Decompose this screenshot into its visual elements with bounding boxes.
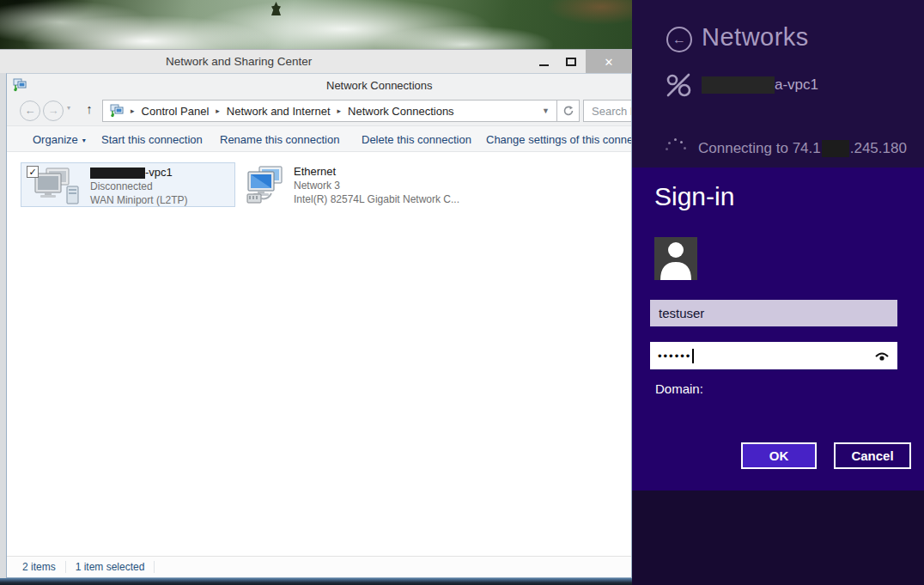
desktop: Network and Sharing Center ✕ Network Con…	[0, 0, 924, 585]
connecting-text: Connecting to 74.1.245.180	[698, 140, 907, 157]
connection-item-ethernet[interactable]: Ethernet Network 3 Intel(R) 82574L Gigab…	[242, 162, 478, 207]
vpn-connection-name: a-vpc1	[702, 76, 818, 94]
check-icon: ✓	[28, 167, 36, 177]
wan-miniport-icon	[33, 168, 84, 209]
organize-menu[interactable]: Organize▾	[33, 133, 86, 146]
statusbar-divider	[65, 561, 66, 573]
up-button[interactable]: ↑	[80, 101, 99, 116]
connection-name: Ethernet	[294, 165, 459, 179]
breadcrumb-separator-icon: ▸	[131, 107, 135, 115]
address-bar-row: ← → ▾ ↑ ▸ Control Panel ▸ Network and	[7, 96, 632, 125]
sharing-center-titlebar[interactable]: Network and Sharing Center ✕	[0, 49, 632, 73]
person-icon	[654, 237, 697, 280]
text-caret	[692, 349, 694, 363]
organize-label: Organize	[33, 133, 78, 146]
reveal-password-icon[interactable]	[874, 350, 890, 362]
redacted-ip	[822, 140, 849, 157]
address-location-icon	[110, 104, 124, 118]
networks-back-button[interactable]: ←	[666, 27, 692, 52]
back-button[interactable]: ←	[20, 101, 40, 121]
desktop-wallpaper	[0, 0, 632, 49]
item-count: 2 items	[22, 561, 56, 573]
selection-count: 1 item selected	[76, 561, 145, 573]
delete-connection-command[interactable]: Delete this connection	[362, 133, 471, 146]
close-button[interactable]: ✕	[586, 50, 632, 74]
sharing-center-title: Network and Sharing Center	[166, 55, 312, 68]
recent-pages-dropdown-icon[interactable]: ▾	[67, 104, 70, 112]
address-dropdown-icon[interactable]: ▼	[542, 107, 550, 115]
minimize-button[interactable]	[531, 50, 556, 74]
minimize-icon	[539, 64, 549, 66]
sharing-center-window-bottom	[0, 578, 632, 585]
username-input[interactable]	[650, 300, 897, 326]
redacted-vpn-name	[702, 76, 775, 94]
refresh-button[interactable]	[556, 100, 580, 122]
connections-list: ✓ -vpc1 Disconnected WAN Miniport (L2TP)	[8, 153, 632, 557]
networks-flyout: ← Networks a-vpc1 Connecting to 74.1.245…	[632, 0, 924, 585]
network-connections-title: Network Connections	[326, 79, 433, 92]
sharing-center-window-edge	[0, 73, 6, 578]
search-input[interactable]	[584, 101, 632, 121]
change-settings-command[interactable]: Change settings of this connection	[486, 133, 632, 146]
network-connections-app-icon	[13, 78, 27, 92]
breadcrumb-network-and-internet[interactable]: Network and Internet	[227, 105, 331, 118]
connection-device: WAN Miniport (L2TP)	[90, 193, 188, 207]
start-connection-command[interactable]: Start this connection	[101, 133, 203, 146]
password-input[interactable]: ••••••	[650, 342, 897, 369]
network-connections-titlebar[interactable]: Network Connections	[7, 74, 631, 96]
breadcrumb-separator-icon: ▸	[337, 107, 342, 115]
vpn-icon	[664, 70, 693, 100]
maximize-icon	[566, 58, 576, 66]
network-connections-window: Network Connections ← → ▾ ↑ ▸ Control	[6, 73, 632, 578]
ok-button[interactable]: OK	[741, 442, 817, 469]
connection-item-vpn[interactable]: ✓ -vpc1 Disconnected WAN Miniport (L2TP)	[21, 162, 235, 207]
search-box[interactable]	[583, 100, 632, 122]
statusbar-divider	[154, 561, 155, 573]
breadcrumb-control-panel[interactable]: Control Panel	[142, 105, 210, 118]
password-masked-value: ••••••	[658, 350, 691, 363]
vpn-signin-section: Sign-in •••••• Domain: OK	[632, 168, 924, 491]
connection-status: Network 3	[294, 179, 459, 192]
progress-spinner-icon	[665, 137, 687, 160]
ethernet-adapter-icon	[246, 166, 295, 209]
domain-label: Domain:	[655, 381, 703, 396]
vpn-connecting-status: Connecting to 74.1.245.180	[665, 137, 907, 160]
status-bar: 2 items 1 item selected	[7, 556, 632, 577]
connection-status: Disconnected	[90, 180, 188, 193]
networks-title: Networks	[702, 23, 809, 52]
refresh-icon	[562, 105, 574, 117]
breadcrumb-separator-icon: ▸	[216, 107, 220, 115]
maximize-button[interactable]	[558, 50, 584, 74]
vpn-connection-item[interactable]: a-vpc1	[664, 70, 818, 100]
command-toolbar: Organize▾ Start this connection Rename t…	[7, 125, 632, 152]
user-avatar	[654, 237, 697, 280]
wallpaper-tower-silhouette	[271, 2, 281, 15]
breadcrumb-network-connections[interactable]: Network Connections	[348, 105, 454, 118]
connection-name: -vpc1	[90, 166, 188, 180]
redacted-name	[90, 168, 145, 179]
item-checkbox[interactable]: ✓	[27, 166, 39, 178]
cancel-button[interactable]: Cancel	[834, 442, 911, 469]
rename-connection-command[interactable]: Rename this connection	[220, 133, 339, 146]
close-icon: ✕	[605, 57, 614, 68]
organize-caret-icon: ▾	[82, 137, 86, 144]
connection-device: Intel(R) 82574L Gigabit Network C...	[294, 192, 459, 206]
forward-button[interactable]: →	[43, 101, 64, 121]
panel-footer	[632, 491, 924, 585]
address-bar[interactable]: ▸ Control Panel ▸ Network and Internet ▸…	[102, 100, 557, 122]
signin-heading: Sign-in	[654, 182, 734, 211]
